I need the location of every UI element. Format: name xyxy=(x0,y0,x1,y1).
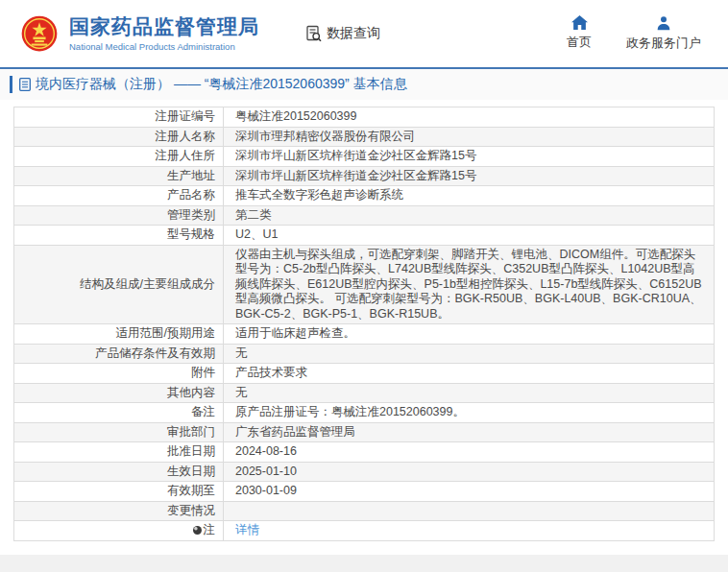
row-value xyxy=(224,501,715,521)
row-value: 广东省药品监督管理局 xyxy=(224,422,715,442)
row-value: 产品技术要求 xyxy=(224,364,715,384)
row-value: 粤械注准20152060399 xyxy=(224,107,715,128)
national-emblem-logo xyxy=(19,13,60,54)
row-value: U2、U1 xyxy=(224,226,715,246)
user-icon xyxy=(656,15,671,31)
row-label: 其他内容 xyxy=(14,383,224,403)
site-title-cn: 国家药品监督管理局 xyxy=(69,15,259,37)
table-row: 备注原产品注册证号：粤械注准20152060399。 xyxy=(14,403,715,423)
row-value: 原产品注册证号：粤械注准20152060399。 xyxy=(224,403,715,423)
row-label: 备注 xyxy=(14,403,224,423)
row-value: 深圳市坪山新区坑梓街道金沙社区金辉路15号 xyxy=(224,166,715,186)
table-row: 产品储存条件及有效期无 xyxy=(14,344,715,364)
nav-item-label: 政务服务门户 xyxy=(626,35,701,52)
table-row: 审批部门广东省药品监督管理局 xyxy=(14,422,715,442)
table-row: 结构及组成/主要组成成分仪器由主机与探头组成，可选配穿刺架、脚踏开关、锂电池、D… xyxy=(14,245,715,324)
table-row: 有效期至2030-01-09 xyxy=(14,482,715,502)
row-label: 注册证编号 xyxy=(14,107,224,128)
table-row: 型号规格U2、U1 xyxy=(14,226,715,246)
row-label: 变更情况 xyxy=(14,501,224,521)
bulb-icon xyxy=(193,526,202,535)
table-row: 其他内容无 xyxy=(14,383,715,403)
page-title: 境内医疗器械（注册） —— “粤械注准20152060399” 基本信息 xyxy=(36,76,407,93)
top-nav: 首页 政务服务门户 xyxy=(567,15,711,52)
row-label: 产品储存条件及有效期 xyxy=(14,344,224,364)
table-row: 附件产品技术要求 xyxy=(14,364,715,384)
nav-item-label: 首页 xyxy=(567,34,592,51)
row-label: 有效期至 xyxy=(14,482,224,502)
row-value: 推车式全数字彩色超声诊断系统 xyxy=(224,186,715,206)
table-row: 注详情 xyxy=(14,521,715,541)
page-footer xyxy=(0,555,728,572)
row-label: 注册人住所 xyxy=(14,147,224,167)
row-label: 生产地址 xyxy=(14,166,224,186)
table-row: 变更情况 xyxy=(14,501,715,521)
home-icon xyxy=(571,15,588,30)
row-label: 生效日期 xyxy=(14,462,224,482)
table-row: 注册人名称深圳市理邦精密仪器股份有限公司 xyxy=(14,127,715,147)
row-label: 注册人名称 xyxy=(14,127,224,147)
row-value: 2025-01-10 xyxy=(224,462,715,482)
row-value: 无 xyxy=(224,383,715,403)
table-row: 管理类别第二类 xyxy=(14,205,715,226)
row-value: 适用于临床超声检查。 xyxy=(224,324,715,345)
site-title-en: National Medical Products Administration xyxy=(69,41,259,52)
row-value: 详情 xyxy=(224,521,715,541)
row-value: 2030-01-09 xyxy=(224,482,715,502)
registration-info-table: 注册证编号粤械注准20152060399注册人名称深圳市理邦精密仪器股份有限公司… xyxy=(13,107,715,541)
row-label: 管理类别 xyxy=(14,205,224,226)
row-label: 型号规格 xyxy=(14,226,224,246)
row-label: 产品名称 xyxy=(14,186,224,206)
data-query-label: 数据查询 xyxy=(327,25,380,42)
row-label: 结构及组成/主要组成成分 xyxy=(14,245,224,324)
detail-link[interactable]: 详情 xyxy=(235,523,259,536)
row-value: 第二类 xyxy=(224,205,715,226)
table-row: 生效日期2025-01-10 xyxy=(14,462,715,482)
table-row: 注册人住所深圳市坪山新区坑梓街道金沙社区金辉路15号 xyxy=(14,147,715,167)
table-row: 适用范围/预期用途适用于临床超声检查。 xyxy=(14,324,715,345)
table-row: 注册证编号粤械注准20152060399 xyxy=(14,107,715,128)
table-row: 批准日期2024-08-16 xyxy=(14,442,715,463)
main-content: 注册证编号粤械注准20152060399注册人名称深圳市理邦精密仪器股份有限公司… xyxy=(0,100,728,550)
brand-block: 国家药品监督管理局 National Medical Products Admi… xyxy=(69,15,259,51)
row-label: 适用范围/预期用途 xyxy=(14,324,224,345)
data-query-button[interactable]: 数据查询 xyxy=(305,25,380,42)
row-label: 批准日期 xyxy=(14,442,224,463)
row-value: 无 xyxy=(224,344,715,364)
row-label: 附件 xyxy=(14,364,224,384)
nav-item-home[interactable]: 首页 xyxy=(567,15,592,52)
row-label: 审批部门 xyxy=(14,422,224,442)
row-value: 深圳市理邦精密仪器股份有限公司 xyxy=(224,127,715,147)
row-label: 注 xyxy=(14,521,224,541)
site-header: 国家药品监督管理局 National Medical Products Admi… xyxy=(0,0,728,67)
row-value: 2024-08-16 xyxy=(224,442,715,463)
document-search-icon xyxy=(305,25,323,42)
row-value: 深圳市坪山新区坑梓街道金沙社区金辉路15号 xyxy=(224,147,715,167)
row-value: 仪器由主机与探头组成，可选配穿刺架、脚踏开关、锂电池、DICOM组件。可选配探头… xyxy=(224,245,715,324)
nav-item-gov-portal[interactable]: 政务服务门户 xyxy=(626,15,701,52)
table-row: 生产地址深圳市坪山新区坑梓街道金沙社区金辉路15号 xyxy=(14,166,715,186)
table-row: 产品名称推车式全数字彩色超声诊断系统 xyxy=(14,186,715,206)
section-title-bar: 境内医疗器械（注册） —— “粤械注准20152060399” 基本信息 xyxy=(0,69,728,100)
document-icon xyxy=(19,78,31,91)
